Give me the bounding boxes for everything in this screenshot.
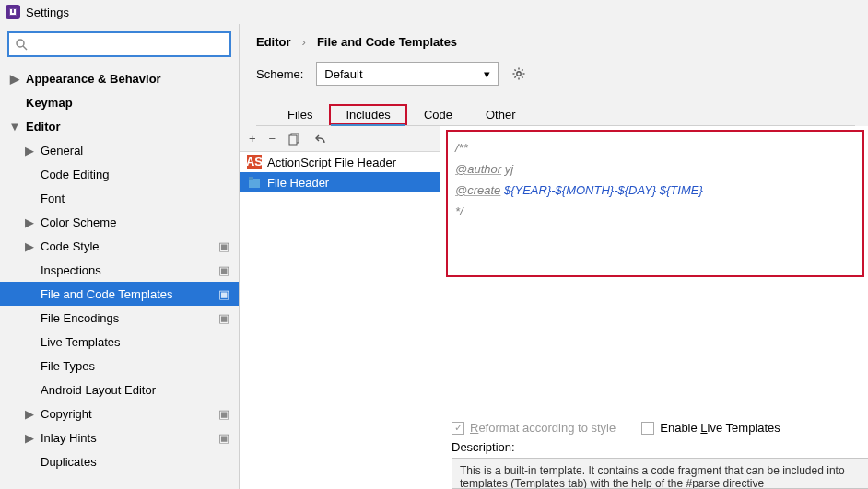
sidebar-item-label: Inlay Hints — [41, 431, 97, 445]
copy-icon[interactable] — [288, 133, 301, 146]
scheme-value: Default — [324, 67, 362, 81]
breadcrumb-root[interactable]: Editor — [256, 35, 291, 49]
sidebar-item-file-encodings[interactable]: File Encodings ▣ — [0, 306, 239, 330]
breadcrumb: Editor › File and Code Templates — [256, 35, 855, 62]
tab-includes[interactable]: Includes — [329, 104, 406, 125]
template-item-label: File Header — [267, 176, 329, 190]
sidebar-item-android-layout-editor[interactable]: Android Layout Editor — [0, 378, 239, 402]
template-item-file-header[interactable]: File Header — [240, 172, 440, 192]
sidebar-item-editor[interactable]: ▼ Editor — [0, 114, 239, 138]
file-icon — [247, 175, 262, 190]
sidebar-item-code-style[interactable]: ▶ Code Style ▣ — [0, 234, 239, 258]
sidebar-item-live-templates[interactable]: Live Templates — [0, 330, 239, 354]
search-input[interactable] — [31, 38, 224, 52]
breadcrumb-leaf: File and Code Templates — [317, 35, 457, 49]
description-text: This is a built-in template. It contains… — [452, 458, 868, 489]
sidebar-item-label: Keymap — [26, 96, 73, 110]
chevron-right-icon: ▶ — [24, 407, 35, 421]
tab-label: Other — [486, 108, 516, 122]
chevron-right-icon: ▶ — [24, 431, 35, 445]
sidebar-item-label: Editor — [26, 120, 61, 134]
sidebar-item-file-types[interactable]: File Types — [0, 354, 239, 378]
chevron-right-icon: ▶ — [24, 144, 35, 157]
tab-files[interactable]: Files — [271, 104, 329, 125]
template-area: + − AS ActionScript File Header — [240, 126, 868, 489]
svg-line-9 — [522, 76, 523, 77]
template-item-actionscript-file-header[interactable]: AS ActionScript File Header — [240, 152, 440, 172]
scope-icon: ▣ — [218, 407, 229, 421]
sidebar-item-label: Live Templates — [41, 335, 120, 349]
chevron-right-icon: ▶ — [24, 215, 35, 229]
sidebar-item-copyright[interactable]: ▶ Copyright ▣ — [0, 402, 239, 425]
reformat-checkbox: Reformat according to style — [452, 421, 616, 435]
tab-label: Files — [287, 108, 312, 122]
scheme-row: Scheme: Default ▾ — [256, 62, 855, 100]
sidebar-item-label: Code Editing — [41, 168, 109, 181]
checkbox-icon — [452, 422, 464, 435]
sidebar-item-general[interactable]: ▶ General — [0, 138, 239, 162]
main-panel: Editor › File and Code Templates Scheme:… — [240, 24, 868, 489]
remove-button[interactable]: − — [269, 132, 276, 146]
scheme-label: Scheme: — [256, 67, 303, 81]
tab-label: Code — [424, 108, 452, 122]
scheme-select[interactable]: Default ▾ — [316, 62, 499, 86]
sidebar-item-color-scheme[interactable]: ▶ Color Scheme — [0, 210, 239, 234]
sidebar-item-font[interactable]: Font — [0, 186, 239, 210]
template-list[interactable]: AS ActionScript File Header File Header — [240, 152, 440, 489]
chevron-down-icon: ▼ — [9, 120, 20, 134]
svg-line-10 — [522, 69, 523, 70]
svg-point-1 — [17, 40, 24, 47]
tab-other[interactable]: Other — [469, 104, 533, 125]
scope-icon: ▣ — [218, 239, 229, 253]
sidebar-item-duplicates[interactable]: Duplicates — [0, 449, 239, 473]
svg-line-8 — [515, 69, 516, 70]
template-list-panel: + − AS ActionScript File Header — [240, 126, 440, 489]
search-icon — [15, 38, 28, 51]
window-title: Settings — [26, 6, 69, 19]
sidebar-item-appearance-behavior[interactable]: ▶ Appearance & Behavior — [0, 66, 239, 90]
search-input-wrap[interactable] — [7, 31, 231, 57]
sidebar-item-label: File Types — [41, 359, 95, 373]
description-label: Description: — [440, 440, 868, 458]
sidebar-item-file-and-code-templates[interactable]: File and Code Templates ▣ — [0, 282, 239, 306]
tab-code[interactable]: Code — [407, 104, 469, 125]
chevron-down-icon: ▾ — [484, 67, 490, 81]
scope-icon: ▣ — [218, 311, 229, 325]
sidebar-item-label: Duplicates — [41, 455, 97, 469]
sidebar-item-inspections[interactable]: Inspections ▣ — [0, 258, 239, 282]
actionscript-icon: AS — [247, 155, 262, 169]
sidebar-item-label: Code Style — [41, 239, 100, 253]
editor-options-row: Reformat according to style Enable Live … — [440, 412, 868, 440]
sidebar-item-inlay-hints[interactable]: ▶ Inlay Hints ▣ — [0, 425, 239, 449]
scope-icon: ▣ — [218, 431, 229, 445]
template-editor-panel: /** @author yj @create ${YEAR}-${MONTH}-… — [440, 126, 868, 489]
sidebar-item-label: Font — [41, 192, 65, 205]
scope-icon: ▣ — [218, 287, 229, 301]
sidebar-item-label: Color Scheme — [41, 215, 116, 229]
svg-point-3 — [517, 72, 521, 76]
enable-live-templates-checkbox[interactable]: Enable Live Templates — [641, 421, 780, 435]
sidebar-item-keymap[interactable]: Keymap — [0, 90, 239, 114]
template-item-label: ActionScript File Header — [267, 156, 396, 169]
sidebar-item-code-editing[interactable]: Code Editing — [0, 162, 239, 186]
sidebar-item-label: Inspections — [41, 263, 101, 277]
chevron-right-icon: › — [302, 35, 306, 49]
settings-sidebar: ▶ Appearance & Behavior Keymap ▼ Editor … — [0, 24, 240, 489]
svg-line-2 — [23, 46, 27, 50]
undo-icon[interactable] — [314, 133, 327, 146]
sidebar-item-label: General — [41, 144, 83, 157]
title-bar: Settings — [0, 0, 868, 24]
svg-rect-16 — [249, 179, 260, 188]
template-tabs: Files Includes Code Other — [256, 100, 855, 126]
content: ▶ Appearance & Behavior Keymap ▼ Editor … — [0, 24, 868, 489]
app-icon — [6, 5, 20, 19]
svg-rect-17 — [249, 177, 253, 180]
template-code-editor[interactable]: /** @author yj @create ${YEAR}-${MONTH}-… — [446, 130, 864, 277]
add-button[interactable]: + — [249, 132, 256, 146]
svg-rect-13 — [289, 135, 297, 145]
tab-label: Includes — [346, 108, 390, 122]
sidebar-item-label: File Encodings — [41, 311, 119, 325]
settings-tree[interactable]: ▶ Appearance & Behavior Keymap ▼ Editor … — [0, 64, 239, 489]
gear-icon[interactable] — [511, 66, 526, 81]
sidebar-item-label: File and Code Templates — [41, 287, 173, 301]
